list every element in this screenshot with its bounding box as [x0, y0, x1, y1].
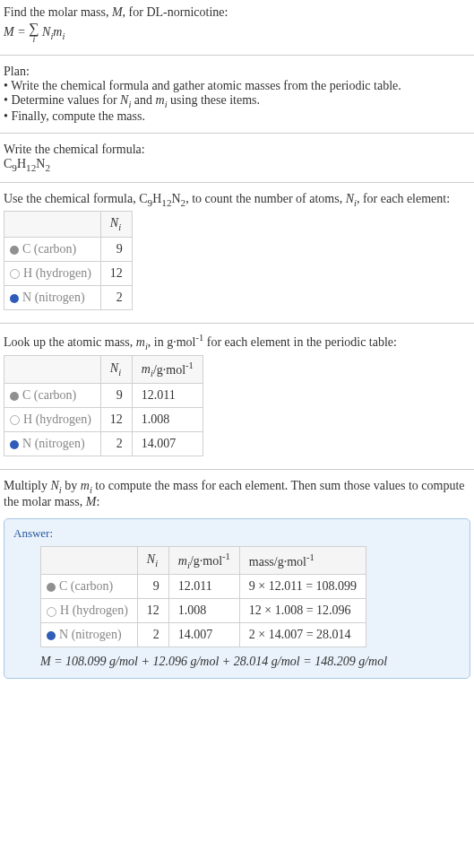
lookup-table: Ni mi/g·mol-1 C (carbon) 9 12.011 H (hyd…	[4, 355, 203, 456]
mi-cell: 14.007	[168, 623, 239, 647]
col-mi: mi/g·mol-1	[168, 546, 239, 574]
ni-cell: 9	[100, 384, 132, 408]
ni-cell: 9	[100, 238, 132, 262]
divider	[0, 469, 474, 470]
col-element	[4, 212, 101, 238]
dot-icon	[10, 246, 19, 255]
multiply-line: Multiply Ni by mi to compute the mass fo…	[4, 479, 470, 509]
table-row: H (hydrogen) 12	[4, 262, 133, 286]
element-cell: N (nitrogen)	[4, 432, 101, 456]
element-cell: H (hydrogen)	[41, 599, 138, 623]
element-cell: N (nitrogen)	[4, 286, 101, 310]
multiply-section: Multiply Ni by mi to compute the mass fo…	[0, 473, 474, 515]
plan-label: Plan:	[4, 65, 470, 79]
col-element	[41, 546, 138, 574]
dot-icon	[10, 392, 19, 401]
count-atoms-line: Use the chemical formula, C9H12N2, to co…	[4, 192, 470, 208]
table-row: C (carbon) 9 12.011	[4, 384, 203, 408]
plan-bullet-2: • Determine values for Ni and mi using t…	[4, 93, 470, 109]
element-cell: C (carbon)	[41, 575, 138, 599]
table-row: H (hydrogen) 12 1.008	[4, 408, 203, 432]
answer-label: Answer:	[13, 526, 461, 541]
ni-cell: 12	[100, 262, 132, 286]
table-header-row: Ni mi/g·mol-1 mass/g·mol-1	[41, 546, 366, 574]
table-row: C (carbon) 9	[4, 238, 133, 262]
mi-cell: 1.008	[132, 408, 203, 432]
divider	[0, 182, 474, 183]
mass-cell: 2 × 14.007 = 28.014	[239, 623, 366, 647]
element-cell: N (nitrogen)	[41, 623, 138, 647]
intro: Find the molar mass, M, for DL-nornicoti…	[0, 0, 474, 51]
dot-icon	[47, 631, 56, 640]
col-element	[4, 355, 101, 383]
col-ni: Ni	[100, 355, 132, 383]
count-atoms: Use the chemical formula, C9H12N2, to co…	[0, 187, 474, 320]
mass-cell: 12 × 1.008 = 12.096	[239, 599, 366, 623]
ni-cell: 9	[137, 575, 168, 599]
dot-icon	[47, 607, 56, 617]
dot-icon	[10, 440, 19, 449]
intro-equation: M = ∑i Nimi	[4, 22, 470, 44]
dot-icon	[10, 415, 20, 425]
table-header-row: Ni	[4, 212, 133, 238]
table-header-row: Ni mi/g·mol-1	[4, 355, 203, 383]
table-row: H (hydrogen) 12 1.008 12 × 1.008 = 12.09…	[41, 599, 366, 623]
plan: Plan: • Write the chemical formula and g…	[0, 59, 474, 129]
table-row: N (nitrogen) 2 14.007	[4, 432, 203, 456]
plan-bullet-3: • Finally, compute the mass.	[4, 109, 470, 124]
mi-cell: 12.011	[168, 575, 239, 599]
table-row: C (carbon) 9 12.011 9 × 12.011 = 108.099	[41, 575, 366, 599]
element-cell: C (carbon)	[4, 238, 101, 262]
col-ni: Ni	[137, 546, 168, 574]
ni-cell: 12	[100, 408, 132, 432]
sigma-icon: ∑i	[29, 22, 39, 44]
lookup-mass: Look up the atomic mass, mi, in g·mol-1 …	[0, 327, 474, 465]
answer-table: Ni mi/g·mol-1 mass/g·mol-1 C (carbon) 9 …	[40, 546, 366, 647]
element-cell: H (hydrogen)	[4, 408, 101, 432]
divider	[0, 323, 474, 324]
answer-box: Answer: Ni mi/g·mol-1 mass/g·mol-1 C (ca…	[4, 518, 470, 679]
write-formula-label: Write the chemical formula:	[4, 143, 470, 157]
lookup-line: Look up the atomic mass, mi, in g·mol-1 …	[4, 333, 470, 351]
element-cell: C (carbon)	[4, 384, 101, 408]
dot-icon	[10, 269, 20, 279]
col-mi: mi/g·mol-1	[132, 355, 203, 383]
final-answer: M = 108.099 g/mol + 12.096 g/mol + 28.01…	[40, 655, 461, 669]
mi-cell: 14.007	[132, 432, 203, 456]
divider	[0, 55, 474, 56]
chemical-formula: C9H12N2	[4, 157, 470, 173]
intro-line: Find the molar mass, M, for DL-nornicoti…	[4, 5, 470, 20]
ni-cell: 2	[100, 432, 132, 456]
table-row: N (nitrogen) 2 14.007 2 × 14.007 = 28.01…	[41, 623, 366, 647]
plan-bullet-1: • Write the chemical formula and gather …	[4, 79, 470, 93]
write-formula: Write the chemical formula: C9H12N2	[0, 137, 474, 178]
element-cell: H (hydrogen)	[4, 262, 101, 286]
dot-icon	[10, 294, 19, 303]
ni-cell: 2	[137, 623, 168, 647]
mass-cell: 9 × 12.011 = 108.099	[239, 575, 366, 599]
dot-icon	[47, 583, 56, 592]
divider	[0, 133, 474, 134]
mi-cell: 1.008	[168, 599, 239, 623]
ni-cell: 12	[137, 599, 168, 623]
table-row: N (nitrogen) 2	[4, 286, 133, 310]
col-mass: mass/g·mol-1	[239, 546, 366, 574]
mi-cell: 12.011	[132, 384, 203, 408]
count-atoms-table: Ni C (carbon) 9 H (hydrogen) 12 N (nitro…	[4, 211, 133, 310]
ni-cell: 2	[100, 286, 132, 310]
col-ni: Ni	[100, 212, 132, 238]
